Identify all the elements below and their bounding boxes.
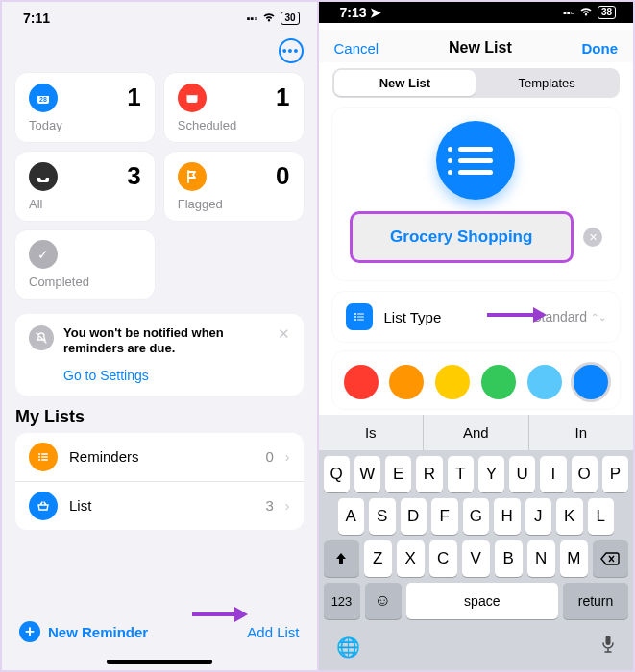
list-item-list[interactable]: List 3 › xyxy=(15,481,304,530)
key-b[interactable]: B xyxy=(495,540,523,577)
color-swatch[interactable] xyxy=(344,365,379,399)
segmented-control[interactable]: New List Templates xyxy=(332,68,621,98)
more-button[interactable]: ••• xyxy=(279,38,304,63)
key-h[interactable]: H xyxy=(494,498,521,535)
key-q[interactable]: Q xyxy=(324,456,350,492)
key-w[interactable]: W xyxy=(354,456,380,492)
key-s[interactable]: S xyxy=(369,498,396,535)
go-to-settings-link[interactable]: Go to Settings xyxy=(15,357,304,396)
suggestion[interactable]: And xyxy=(424,415,529,450)
cellular-icon: ▪▪▫ xyxy=(563,7,574,18)
backspace-key[interactable] xyxy=(593,540,628,577)
key-g[interactable]: G xyxy=(463,498,490,535)
key-m[interactable]: M xyxy=(560,540,588,577)
list-count: 3 xyxy=(265,497,273,514)
cancel-button[interactable]: Cancel xyxy=(334,40,379,57)
list-name: Reminders xyxy=(69,448,254,465)
globe-icon[interactable]: 🌐 xyxy=(336,636,360,659)
color-swatch[interactable] xyxy=(481,365,516,399)
key-v[interactable]: V xyxy=(462,540,490,577)
list-name-input[interactable]: Grocery Shopping xyxy=(350,211,574,263)
home-indicator[interactable] xyxy=(107,660,212,664)
clock: 7:13 xyxy=(340,5,367,20)
list-item-reminders[interactable]: Reminders 0 › xyxy=(15,433,304,481)
my-lists-header: My Lists xyxy=(2,396,317,433)
mic-icon[interactable] xyxy=(600,635,616,659)
color-swatch[interactable] xyxy=(389,365,424,399)
scheduled-count: 1 xyxy=(276,83,289,112)
svg-point-5 xyxy=(38,453,40,455)
svg-point-9 xyxy=(38,459,40,461)
svg-point-13 xyxy=(354,313,356,315)
up-down-icon: ⌃⌄ xyxy=(591,312,606,323)
key-o[interactable]: O xyxy=(572,456,598,492)
list-count: 0 xyxy=(265,448,273,465)
space-key[interactable]: space xyxy=(406,583,559,619)
list-type-label: List Type xyxy=(384,309,522,325)
all-card[interactable]: 3 All xyxy=(15,152,155,221)
completed-card[interactable]: ✓ Completed xyxy=(15,230,155,299)
scheduled-card[interactable]: 1 Scheduled xyxy=(164,73,304,142)
color-swatch[interactable] xyxy=(435,365,470,399)
nav-bar: Cancel New List Done xyxy=(319,30,634,62)
flagged-card[interactable]: 0 Flagged xyxy=(164,152,304,221)
list-preview-icon[interactable] xyxy=(436,121,515,200)
key-n[interactable]: N xyxy=(527,540,555,577)
basket-icon xyxy=(29,492,58,520)
battery-icon: 38 xyxy=(598,6,616,19)
keyboard: Is And In QWERTYUIOP ASDFGHJKL ZXCVBNM 1… xyxy=(319,415,634,670)
done-button[interactable]: Done xyxy=(582,40,619,57)
return-key[interactable]: return xyxy=(563,583,628,619)
color-picker xyxy=(332,351,621,409)
notification-banner: You won't be notified when reminders are… xyxy=(15,314,304,396)
list-name: List xyxy=(69,497,254,514)
list-bullets-icon xyxy=(346,303,373,330)
cellular-icon: ▪▪▫ xyxy=(247,12,258,24)
key-x[interactable]: X xyxy=(397,540,425,577)
today-card[interactable]: 28 1 Today xyxy=(15,73,155,142)
emoji-key[interactable]: ☺ xyxy=(365,583,402,619)
key-d[interactable]: D xyxy=(401,498,427,535)
color-swatch[interactable] xyxy=(574,365,608,399)
chevron-right-icon: › xyxy=(285,449,290,465)
flagged-count: 0 xyxy=(276,161,289,191)
list-icon-card: Grocery Shopping ✕ xyxy=(332,108,621,280)
key-r[interactable]: R xyxy=(416,456,442,492)
list-bullets-icon xyxy=(29,443,58,471)
shift-key[interactable] xyxy=(324,540,359,577)
numbers-key[interactable]: 123 xyxy=(324,583,360,619)
scheduled-label: Scheduled xyxy=(178,118,290,132)
add-list-button[interactable]: Add List xyxy=(247,624,299,640)
clear-button[interactable]: ✕ xyxy=(583,228,602,247)
seg-templates[interactable]: Templates xyxy=(476,70,618,96)
chevron-right-icon: › xyxy=(285,498,290,514)
color-swatch[interactable] xyxy=(527,365,562,399)
key-i[interactable]: I xyxy=(540,456,566,492)
flag-icon xyxy=(178,162,207,191)
wifi-icon xyxy=(579,7,593,19)
bell-slash-icon xyxy=(29,325,54,350)
location-icon: ➤ xyxy=(370,5,381,20)
suggestion[interactable]: In xyxy=(529,415,634,450)
dismiss-button[interactable]: ✕ xyxy=(278,325,290,343)
calendar-icon: 28 xyxy=(29,84,58,112)
all-label: All xyxy=(29,197,141,211)
key-y[interactable]: Y xyxy=(478,456,504,492)
key-t[interactable]: T xyxy=(448,456,474,492)
key-l[interactable]: L xyxy=(588,498,615,535)
key-u[interactable]: U xyxy=(509,456,535,492)
suggestion[interactable]: Is xyxy=(319,415,425,450)
key-e[interactable]: E xyxy=(385,456,411,492)
key-k[interactable]: K xyxy=(556,498,583,535)
key-p[interactable]: P xyxy=(602,456,628,492)
key-c[interactable]: C xyxy=(429,540,457,577)
new-reminder-button[interactable]: + New Reminder xyxy=(19,621,148,642)
list-type-row[interactable]: List Type Standard⌃⌄ xyxy=(332,292,621,342)
nav-title: New List xyxy=(449,39,512,57)
svg-point-17 xyxy=(354,319,356,321)
seg-new-list[interactable]: New List xyxy=(334,70,476,96)
key-j[interactable]: J xyxy=(525,498,552,535)
key-z[interactable]: Z xyxy=(364,540,392,577)
key-a[interactable]: A xyxy=(338,498,365,535)
key-f[interactable]: F xyxy=(431,498,458,535)
